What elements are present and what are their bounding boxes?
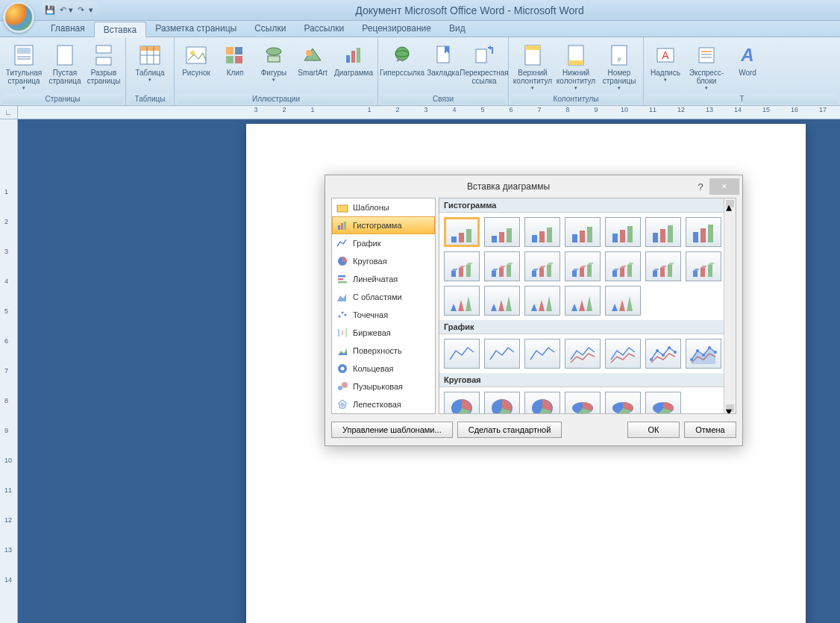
dialog-header[interactable]: Вставка диаграммы ? × bbox=[325, 175, 742, 198]
tab-mailings[interactable]: Рассылки bbox=[295, 21, 353, 37]
cancel-button[interactable]: Отмена bbox=[684, 422, 736, 438]
chart-thumb[interactable] bbox=[605, 392, 641, 414]
ruler-tick: 2 bbox=[4, 218, 8, 225]
clipart-button[interactable]: Клип bbox=[216, 42, 254, 78]
tab-insert[interactable]: Вставка bbox=[94, 22, 147, 37]
chart-thumb[interactable] bbox=[444, 217, 480, 247]
dialog-help-button[interactable]: ? bbox=[692, 181, 709, 192]
chart-thumb[interactable] bbox=[565, 339, 601, 369]
chart-thumb[interactable] bbox=[686, 217, 721, 247]
category-item-1[interactable]: Гистограмма bbox=[332, 216, 435, 234]
chart-thumb[interactable] bbox=[444, 339, 480, 369]
category-item-0[interactable]: Шаблоны bbox=[332, 198, 435, 216]
header-button[interactable]: Верхний колонтитул▾ bbox=[512, 42, 554, 93]
chart-thumb[interactable] bbox=[645, 217, 681, 247]
chart-thumb[interactable] bbox=[645, 392, 681, 414]
category-label: Гистограмма bbox=[353, 221, 402, 230]
svg-rect-14 bbox=[226, 47, 233, 54]
cross-reference-button[interactable]: Перекрестная ссылка bbox=[463, 42, 505, 87]
chart-thumb[interactable] bbox=[444, 251, 480, 281]
chart-thumb[interactable] bbox=[524, 392, 560, 414]
smartart-button[interactable]: SmartArt bbox=[294, 42, 331, 78]
qat-dropdown-icon[interactable]: ▾ bbox=[89, 5, 93, 15]
textbox-button[interactable]: A Надпись▾ bbox=[647, 42, 684, 84]
tab-references[interactable]: Ссылки bbox=[245, 21, 295, 37]
chart-thumb[interactable] bbox=[444, 392, 480, 414]
office-button[interactable] bbox=[3, 1, 34, 33]
category-item-7[interactable]: Биржевая bbox=[332, 324, 435, 342]
ok-button[interactable]: ОК bbox=[627, 422, 680, 438]
chart-thumb[interactable] bbox=[645, 251, 681, 281]
ruler-tick: 7 bbox=[4, 367, 8, 375]
chart-thumb[interactable] bbox=[565, 286, 601, 316]
chart-thumb[interactable] bbox=[686, 339, 721, 369]
set-default-button[interactable]: Сделать стандартной bbox=[457, 422, 562, 438]
wordart-button[interactable]: A Word bbox=[729, 42, 766, 78]
picture-button[interactable]: Рисунок bbox=[178, 42, 215, 78]
svg-rect-24 bbox=[357, 48, 360, 63]
svg-rect-128 bbox=[708, 265, 712, 277]
horizontal-ruler[interactable]: 3211234567891011121314151617 bbox=[18, 106, 840, 119]
table-button[interactable]: Таблица▾ bbox=[129, 42, 171, 84]
chart-thumb[interactable] bbox=[484, 339, 520, 369]
category-item-2[interactable]: График bbox=[332, 234, 435, 252]
tab-review[interactable]: Рецензирование bbox=[353, 21, 440, 37]
quick-parts-button[interactable]: Экспресс-блоки▾ bbox=[686, 42, 727, 93]
undo-icon[interactable]: ↶ ▾ bbox=[60, 5, 73, 15]
chart-thumb[interactable] bbox=[605, 286, 641, 316]
dialog-close-button[interactable]: × bbox=[709, 178, 739, 195]
manage-templates-button[interactable]: Управление шаблонами... bbox=[331, 422, 453, 438]
chart-button[interactable]: Диаграмма bbox=[333, 42, 374, 78]
hyperlink-button[interactable]: Гиперссылка bbox=[381, 42, 423, 78]
chart-thumb[interactable] bbox=[686, 251, 721, 281]
chart-type-panel[interactable]: ГистограммаГрафикКруговая▴▾ bbox=[439, 198, 736, 414]
chart-thumb[interactable] bbox=[524, 339, 560, 369]
chart-thumb[interactable] bbox=[524, 286, 560, 316]
category-item-5[interactable]: С областями bbox=[332, 288, 435, 306]
chart-thumb[interactable] bbox=[565, 251, 601, 281]
page-number-button[interactable]: # Номер страницы▾ bbox=[598, 42, 640, 93]
category-item-10[interactable]: Пузырьковая bbox=[332, 378, 435, 395]
group-tables: Таблица▾ Таблицы bbox=[126, 37, 175, 105]
chart-thumb[interactable] bbox=[524, 251, 560, 281]
chart-thumb[interactable] bbox=[565, 217, 601, 247]
svg-text:A: A bbox=[740, 45, 753, 65]
chart-thumb[interactable] bbox=[444, 286, 480, 316]
chart-thumb[interactable] bbox=[524, 217, 560, 247]
category-item-8[interactable]: Поверхность bbox=[332, 342, 435, 360]
page-break-button[interactable]: Разрыв страницы bbox=[85, 42, 122, 87]
chart-thumb[interactable] bbox=[484, 251, 520, 281]
chart-category-list[interactable]: ШаблоныГистограммаГрафикКруговаяЛинейчат… bbox=[331, 198, 436, 414]
vertical-ruler[interactable]: 1234567891011121314 bbox=[0, 119, 18, 623]
tab-home[interactable]: Главная bbox=[42, 21, 94, 37]
cover-page-button[interactable]: Титульная страница▾ bbox=[3, 42, 45, 93]
chart-thumb[interactable] bbox=[605, 251, 641, 281]
chart-thumb[interactable] bbox=[565, 392, 601, 414]
chart-thumb[interactable] bbox=[484, 286, 520, 316]
chart-thumb[interactable] bbox=[484, 392, 520, 414]
chart-thumb[interactable] bbox=[645, 339, 681, 369]
category-item-3[interactable]: Круговая bbox=[332, 252, 435, 270]
group-label-illustrations: Иллюстрации bbox=[178, 94, 374, 104]
chart-thumb[interactable] bbox=[605, 339, 641, 369]
ruler-corner[interactable]: ∟ bbox=[0, 106, 18, 119]
svg-rect-106 bbox=[572, 271, 577, 277]
redo-icon[interactable]: ↷ bbox=[78, 5, 84, 15]
tab-page-layout[interactable]: Разметка страницы bbox=[146, 21, 245, 37]
category-item-6[interactable]: Точечная bbox=[332, 306, 435, 324]
chart-thumb[interactable] bbox=[605, 217, 641, 247]
svg-rect-108 bbox=[580, 268, 584, 277]
scrollbar[interactable]: ▴▾ bbox=[724, 198, 736, 413]
svg-rect-29 bbox=[476, 49, 486, 63]
tab-view[interactable]: Вид bbox=[440, 21, 474, 37]
bookmark-button[interactable]: Закладка bbox=[424, 42, 462, 78]
svg-marker-127 bbox=[700, 266, 707, 268]
blank-page-button[interactable]: Пустая страница bbox=[46, 42, 84, 87]
save-icon[interactable]: 💾 bbox=[45, 5, 55, 15]
category-item-4[interactable]: Линейчатая bbox=[332, 270, 435, 288]
footer-button[interactable]: Нижний колонтитул▾ bbox=[555, 42, 597, 93]
shapes-button[interactable]: Фигуры▾ bbox=[255, 42, 292, 84]
category-item-11[interactable]: Лепестковая bbox=[332, 395, 435, 413]
category-item-9[interactable]: Кольцевая bbox=[332, 360, 435, 378]
chart-thumb[interactable] bbox=[484, 217, 520, 247]
